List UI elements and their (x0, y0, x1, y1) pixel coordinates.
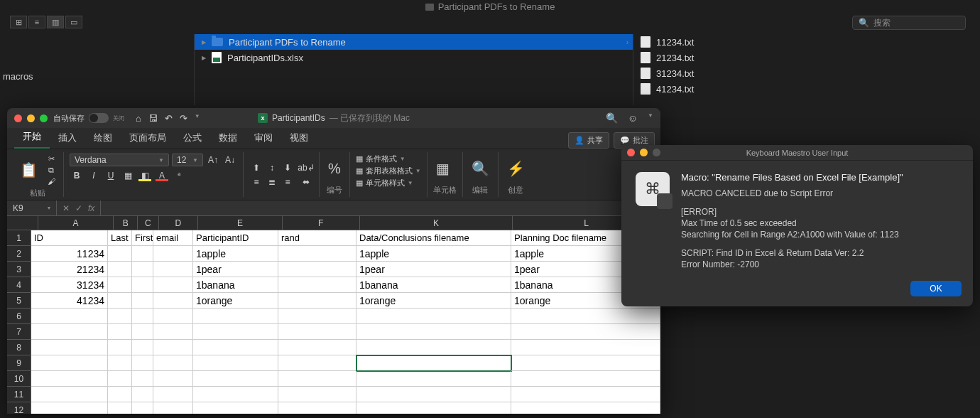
cell[interactable] (278, 402, 356, 414)
view-gallery-button[interactable]: ▭ (65, 16, 82, 28)
font-name-dropdown[interactable]: Verdana▼ (70, 154, 169, 166)
cell[interactable] (278, 277, 356, 293)
cell[interactable] (356, 309, 511, 324)
cell[interactable] (108, 309, 132, 324)
border-button[interactable]: ▦ (121, 169, 135, 182)
cell[interactable] (132, 309, 153, 324)
cell[interactable] (132, 293, 153, 309)
cell[interactable] (153, 277, 193, 293)
cell[interactable] (132, 262, 153, 277)
row-header[interactable]: 2 (7, 246, 31, 262)
fx-icon[interactable]: fx (88, 203, 94, 213)
cell[interactable] (511, 355, 660, 371)
bold-button[interactable]: B (70, 169, 84, 182)
cell[interactable] (278, 293, 356, 309)
tab-home[interactable]: 开始 (14, 126, 50, 149)
save-icon[interactable]: 🖫 (148, 113, 158, 124)
cell[interactable] (511, 340, 660, 355)
cell[interactable] (511, 371, 660, 387)
cell[interactable] (511, 387, 660, 402)
cell[interactable] (356, 402, 511, 414)
share-button[interactable]: 👤共享 (568, 132, 609, 149)
cell[interactable]: 1orange (356, 293, 511, 309)
cell[interactable] (108, 340, 132, 355)
tab-formulas[interactable]: 公式 (175, 127, 210, 149)
align-right-button[interactable]: ≡ (281, 176, 295, 188)
col-header[interactable]: A (38, 216, 114, 230)
smiley-icon[interactable]: ☺ (628, 112, 638, 124)
autosave-toggle[interactable]: 自动保存 关闭 (53, 113, 124, 124)
col-header[interactable]: B (114, 216, 138, 230)
name-box[interactable]: K9▾ (7, 200, 57, 215)
redo-icon[interactable]: ↷ (180, 113, 187, 124)
underline-button[interactable]: U (104, 169, 118, 182)
cell[interactable] (31, 387, 108, 402)
italic-button[interactable]: I (87, 169, 101, 182)
cell[interactable] (153, 309, 193, 324)
cell[interactable] (108, 371, 132, 387)
finder-item-file[interactable]: 11234.txt (633, 34, 980, 50)
row-header[interactable]: 10 (7, 371, 31, 387)
cell[interactable] (153, 402, 193, 414)
cell[interactable]: rand (278, 230, 356, 246)
cell[interactable]: 31234 (31, 277, 108, 293)
cell[interactable] (356, 387, 511, 402)
table-format-button[interactable]: ▦套用表格格式▼ (356, 166, 421, 176)
cell[interactable] (108, 387, 132, 402)
row-header[interactable]: 9 (7, 355, 31, 371)
cell[interactable] (278, 262, 356, 277)
cell[interactable] (193, 309, 278, 324)
cell[interactable] (193, 371, 278, 387)
finder-search-input[interactable]: 🔍 搜索 (852, 16, 966, 30)
row-header[interactable]: 3 (7, 262, 31, 277)
minimize-button[interactable] (640, 149, 648, 156)
view-column-button[interactable]: ▥ (47, 16, 64, 28)
row-header[interactable]: 7 (7, 324, 31, 340)
tab-view[interactable]: 视图 (281, 127, 317, 149)
cell[interactable] (132, 340, 153, 355)
phonetic-button[interactable]: ᵃ (172, 169, 186, 182)
cell[interactable] (31, 355, 108, 371)
col-header[interactable]: F (283, 216, 360, 230)
find-button[interactable]: 🔍 (469, 159, 492, 178)
cell[interactable]: 21234 (31, 262, 108, 277)
merge-button[interactable]: ⬌ (299, 176, 313, 188)
cells-button[interactable]: ▦ (433, 159, 452, 178)
cell[interactable] (153, 246, 193, 262)
cell[interactable] (356, 355, 511, 371)
cell[interactable]: Last (108, 230, 132, 246)
cell[interactable] (278, 324, 356, 340)
cell[interactable]: ParticipantID (193, 230, 278, 246)
undo-icon[interactable]: ↶ (165, 113, 173, 124)
ok-button[interactable]: OK (910, 281, 962, 296)
cell[interactable] (278, 246, 356, 262)
cell[interactable] (132, 277, 153, 293)
row-header[interactable]: 12 (7, 402, 31, 414)
cell[interactable] (108, 355, 132, 371)
cell[interactable] (108, 262, 132, 277)
cancel-icon[interactable]: ✕ (62, 203, 70, 213)
cell[interactable] (511, 309, 660, 324)
cell[interactable] (132, 355, 153, 371)
conditional-format-button[interactable]: ▦条件格式▼ (356, 154, 421, 164)
align-bottom-button[interactable]: ⬇ (281, 161, 295, 174)
row-header[interactable]: 6 (7, 309, 31, 324)
finder-item-file[interactable]: 21234.txt (633, 50, 980, 65)
paste-button[interactable]: 📋 (17, 160, 40, 180)
cell[interactable]: 1banana (356, 277, 511, 293)
cell[interactable] (31, 324, 108, 340)
cell[interactable] (356, 371, 511, 387)
increase-font-button[interactable]: A↑ (206, 154, 220, 166)
cell[interactable]: Data/Conclusions filename (356, 230, 511, 246)
row-header[interactable]: 8 (7, 340, 31, 355)
cell[interactable]: 1banana (193, 277, 278, 293)
align-middle-button[interactable]: ↕ (265, 161, 279, 174)
cell[interactable] (132, 324, 153, 340)
cell[interactable] (31, 309, 108, 324)
tab-insert[interactable]: 插入 (50, 127, 85, 149)
cell[interactable]: 1pear (356, 262, 511, 277)
cell[interactable] (132, 387, 153, 402)
search-icon[interactable]: 🔍 (606, 112, 618, 124)
cell[interactable] (511, 324, 660, 340)
cell[interactable] (356, 324, 511, 340)
